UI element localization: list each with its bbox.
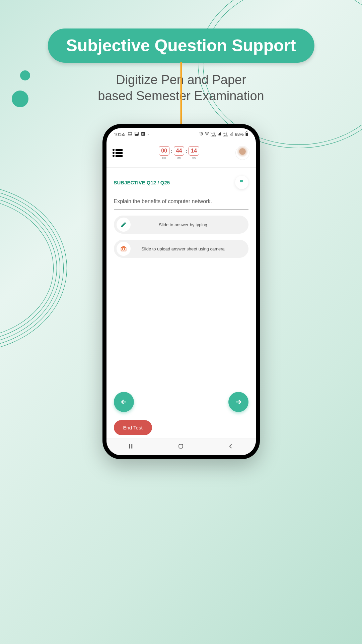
countdown-timer: 00 HH : 44 MM : 14 SS [159,146,199,160]
next-button[interactable] [228,392,248,412]
svg-rect-24 [179,444,183,448]
timer-minutes: 44 [174,146,185,156]
svg-rect-9 [219,134,219,135]
svg-point-20 [122,248,125,250]
previous-button[interactable] [114,392,134,412]
timer-seconds: 14 [189,146,199,156]
battery-icon [245,131,248,137]
flag-icon [239,179,245,185]
page-heading: Subjective Question Support [48,28,314,63]
home-button[interactable] [177,443,184,451]
android-nav-bar [106,438,256,455]
connector-line [180,62,182,129]
camera-icon [117,242,131,256]
app-header: 00 HH : 44 MM : 14 SS [106,139,256,164]
timer-hours: 00 [159,146,169,156]
battery-percent: 88% [235,132,243,137]
slide-to-camera[interactable]: Slide to upload answer sheet using camer… [114,240,248,258]
svg-rect-8 [218,134,218,135]
signal-icon-2 [229,132,233,137]
wifi-icon [205,131,209,137]
svg-rect-10 [219,133,220,135]
bottom-navigation: End Test [106,392,256,435]
question-counter: SUBJECTIVE Q12 / Q25 [114,180,170,185]
slide-to-type[interactable]: Slide to answer by typing [114,216,248,234]
status-bar: 10:55 in • VoI)LTE1 [106,128,256,139]
end-test-button[interactable]: End Test [114,420,152,435]
question-text: Explain the benefits of computer network… [106,192,256,209]
svg-rect-17 [246,131,247,132]
lte1-label: VoI)LTE1 [211,132,216,137]
svg-rect-0 [128,132,132,135]
svg-rect-18 [246,132,248,133]
laptop-icon [128,131,132,137]
svg-point-7 [207,135,207,135]
svg-rect-15 [232,132,233,135]
lte2-label: VoI)LTE2 [223,132,228,137]
menu-icon[interactable] [113,149,123,157]
arrow-left-icon [120,398,128,406]
svg-rect-13 [231,134,231,135]
svg-point-3 [135,133,136,133]
decorative-curves-left [0,184,67,352]
decorative-dot [20,70,30,80]
svg-rect-14 [231,133,232,135]
linkedin-icon: in [141,131,146,137]
back-button[interactable] [227,443,234,451]
status-time: 10:55 [114,132,126,137]
recent-apps-button[interactable] [128,443,135,451]
flag-button[interactable] [235,176,248,189]
svg-text:in: in [142,132,144,135]
divider [114,209,248,210]
question-header: SUBJECTIVE Q12 / Q25 [106,168,256,192]
user-avatar[interactable] [235,146,249,160]
decorative-dot [12,91,28,107]
phone-frame: 10:55 in • VoI)LTE1 [102,124,260,459]
phone-screen: 10:55 in • VoI)LTE1 [106,128,256,455]
svg-rect-12 [230,134,230,135]
alarm-icon [199,132,203,137]
pencil-icon [117,218,131,232]
svg-rect-1 [128,135,132,135]
arrow-right-icon [234,398,242,406]
signal-icon [217,132,221,137]
svg-rect-11 [220,132,221,135]
image-icon [134,131,139,137]
